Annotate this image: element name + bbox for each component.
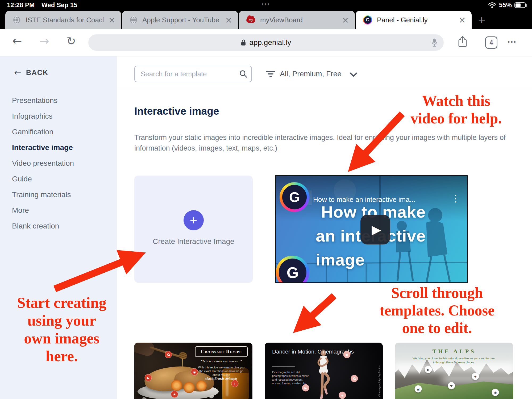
- url-text: app.genial.ly: [249, 38, 291, 47]
- hotspot-search-icon[interactable]: [165, 351, 172, 358]
- close-icon[interactable]: ×: [459, 16, 466, 24]
- sidebar-menu: Presentations Infographics Gamification …: [12, 93, 112, 234]
- sidebar-item-guide[interactable]: Guide: [12, 171, 112, 187]
- wifi-icon: [488, 2, 496, 8]
- sidebar-item-training-materials[interactable]: Training materials: [12, 187, 112, 202]
- dancer-credit: Cinemagraph by Sophia Liu: [378, 365, 381, 397]
- tab-bar: ISTE Standards for Coach × Apple Support…: [0, 10, 532, 29]
- sidebar-item-more[interactable]: More: [12, 202, 112, 218]
- hotspot-pin-icon[interactable]: ◉: [492, 389, 499, 396]
- hotspot-heart-icon[interactable]: ♥: [448, 382, 455, 389]
- page-title: Interactive image: [134, 105, 219, 117]
- croissant-title: Croissant Recipe: [201, 349, 242, 355]
- hotspot-search-icon[interactable]: [351, 375, 358, 382]
- filter-label: All, Premium, Free: [280, 70, 342, 78]
- alps-title: THE ALPS: [395, 348, 513, 355]
- hotspot-play-icon[interactable]: ▶: [145, 374, 152, 381]
- hotspot-plus-icon[interactable]: +: [472, 373, 479, 380]
- status-bar: 12:28 PM Wed Sep 15 ••• 55%: [0, 0, 532, 10]
- back-label: BACK: [26, 69, 48, 77]
- template-dancer-cinemagraphs[interactable]: Dancer in Motion: Cinemagraphs Cinemagra…: [265, 343, 383, 399]
- page-description: Transform your static images into incred…: [134, 132, 515, 153]
- sidebar-item-interactive-image[interactable]: Interactive image: [12, 140, 112, 155]
- close-icon[interactable]: ×: [225, 16, 232, 24]
- video-overlay-text: image: [316, 250, 365, 269]
- sidebar-item-gamification[interactable]: Gamification: [12, 124, 112, 140]
- sidebar-item-presentations[interactable]: Presentations: [12, 93, 112, 108]
- annotation-start-creating: Start creating using your own images her…: [6, 294, 118, 365]
- arrow-to-templates: [311, 296, 334, 316]
- template-search: [134, 66, 252, 82]
- multitask-handle-icon: •••: [261, 1, 270, 7]
- microphone-icon[interactable]: [431, 38, 438, 47]
- tab-title: myViewBoard: [260, 16, 337, 24]
- globe-icon: [13, 16, 21, 24]
- dancer-body: Cinemagraphs are still photographs in wh…: [272, 370, 309, 385]
- croissant-quote: ”It’s all about the layers...”: [195, 359, 248, 363]
- tab-myviewboard[interactable]: my myViewBoard ×: [239, 11, 355, 29]
- plus-icon[interactable]: +: [184, 210, 204, 230]
- address-bar[interactable]: app.genial.ly: [88, 34, 444, 51]
- hotspot-star-icon[interactable]: ★: [171, 391, 178, 398]
- alps-subtitle: We bring you closer to this natural para…: [395, 356, 513, 364]
- tab-title: Apple Support - YouTube: [142, 16, 220, 24]
- create-interactive-image-card[interactable]: + Create Interactive Image: [134, 176, 253, 283]
- screen: 12:28 PM Wed Sep 15 ••• 55% ISTE Standar…: [0, 0, 532, 399]
- close-icon[interactable]: ×: [108, 16, 115, 24]
- dancer-title-rule: [272, 366, 295, 367]
- template-the-alps[interactable]: THE ALPS We bring you closer to this nat…: [395, 343, 513, 399]
- croissant-title-frame: Croissant Recipe: [195, 346, 248, 357]
- hotspot-info-icon[interactable]: i: [231, 380, 239, 387]
- hotspot-image-icon[interactable]: ▣: [415, 385, 422, 393]
- back-arrow-icon: ←: [14, 68, 21, 78]
- battery-icon: [514, 2, 526, 8]
- section-divider: [117, 89, 532, 89]
- date: Wed Sep 15: [41, 1, 77, 9]
- genially-logo-icon: G: [280, 182, 309, 212]
- browser-menu-icon[interactable]: •••: [508, 38, 517, 46]
- globe-icon: [130, 16, 138, 24]
- battery-percent: 55%: [499, 1, 512, 9]
- hotspot-image-icon[interactable]: ▣: [343, 351, 351, 358]
- tab-title: Panel - Genial.ly: [377, 16, 454, 24]
- template-filter-dropdown[interactable]: All, Premium, Free: [266, 66, 358, 82]
- chevron-down-icon: [350, 72, 358, 77]
- annotation-scroll-templates: Scroll through templates. Choose one to …: [364, 284, 510, 337]
- lock-icon: [241, 39, 246, 46]
- tutorial-video-player[interactable]: How to make an interactive ima... ⋮ G G …: [275, 175, 468, 283]
- filter-icon: [266, 70, 275, 78]
- reload-button[interactable]: ↻: [66, 36, 76, 47]
- tab-genially-active[interactable]: G Panel - Genial.ly ×: [356, 11, 472, 29]
- tab-iste-standards[interactable]: ISTE Standards for Coach ×: [5, 11, 121, 29]
- play-icon: ▶: [372, 223, 381, 236]
- hotspot-play-icon[interactable]: ▶: [302, 384, 309, 392]
- croissant-emphasis: classic French croissants: [198, 377, 245, 380]
- croissant-body: With this recipe we want to give you the…: [198, 365, 245, 380]
- close-icon[interactable]: ×: [342, 16, 349, 24]
- genially-logo-icon: G: [363, 15, 372, 24]
- forward-button[interactable]: →: [39, 35, 49, 47]
- sidebar-item-video-presentation[interactable]: Video presentation: [12, 155, 112, 171]
- myviewboard-icon: my: [246, 17, 255, 23]
- sidebar-item-blank-creation[interactable]: Blank creation: [12, 218, 112, 234]
- tab-title: ISTE Standards for Coach: [26, 16, 103, 24]
- hotspot-eye-icon[interactable]: ◉: [191, 368, 198, 376]
- template-croissant-recipe[interactable]: Croissant Recipe ”It’s all about the lay…: [134, 343, 252, 399]
- annotation-watch-video: Watch this video for help.: [399, 92, 513, 127]
- sidebar-item-infographics[interactable]: Infographics: [12, 108, 112, 124]
- search-icon: [239, 70, 248, 78]
- create-label: Create Interactive Image: [134, 237, 253, 246]
- new-tab-button[interactable]: +: [472, 11, 491, 29]
- sidebar-back-button[interactable]: ← BACK: [14, 68, 48, 78]
- hotspot-plus-icon[interactable]: +: [339, 392, 346, 399]
- tab-apple-support[interactable]: Apple Support - YouTube ×: [122, 11, 238, 29]
- video-menu-icon[interactable]: ⋮: [451, 194, 460, 203]
- back-button[interactable]: ←: [12, 35, 22, 47]
- dancer-title: Dancer in Motion: Cinemagraphs: [272, 348, 354, 355]
- clock: 12:28 PM: [7, 1, 35, 9]
- play-button[interactable]: ▶: [360, 215, 390, 244]
- tab-overview-button[interactable]: 4: [485, 36, 497, 49]
- share-icon[interactable]: [458, 36, 467, 47]
- hotspot-play-icon[interactable]: ▶: [425, 366, 432, 373]
- template-search-input[interactable]: [134, 66, 252, 82]
